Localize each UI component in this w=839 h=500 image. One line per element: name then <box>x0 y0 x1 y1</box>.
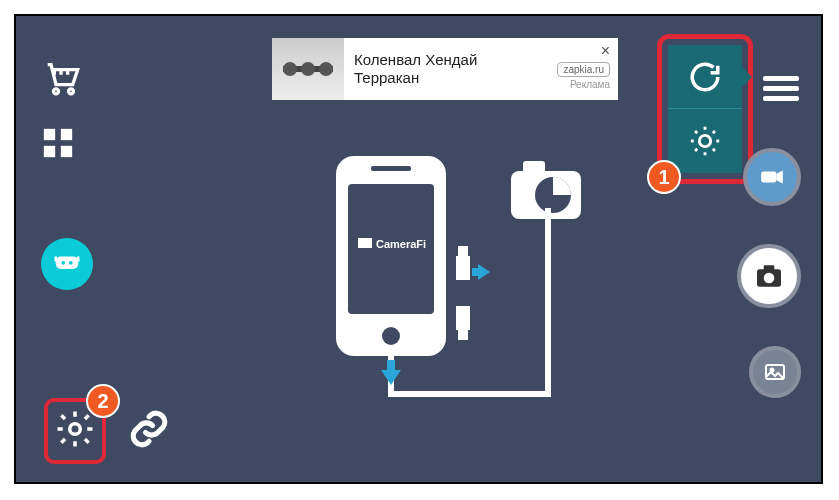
settings-highlight: 2 <box>44 398 106 464</box>
display-control-highlight: 1 <box>657 34 753 184</box>
app-frame: 2 Коленвал Хендай Терракан <box>14 14 823 484</box>
svg-rect-5 <box>61 146 72 157</box>
svg-rect-28 <box>387 360 395 372</box>
svg-point-12 <box>301 62 315 76</box>
ad-image <box>272 38 344 100</box>
svg-point-1 <box>69 89 74 94</box>
svg-point-0 <box>54 89 59 94</box>
hamburger-line <box>763 96 799 101</box>
hamburger-line <box>763 76 799 81</box>
svg-rect-25 <box>456 306 470 330</box>
svg-point-36 <box>764 273 775 284</box>
ad-banner[interactable]: Коленвал Хендай Терракан × zapkia.ru Рек… <box>272 38 618 100</box>
svg-rect-4 <box>44 146 55 157</box>
ad-domain: zapkia.ru <box>557 62 610 77</box>
svg-rect-21 <box>523 161 545 175</box>
svg-point-16 <box>382 327 400 345</box>
svg-rect-17 <box>371 166 411 171</box>
svg-rect-3 <box>61 129 72 140</box>
settings-button[interactable] <box>54 408 96 454</box>
svg-rect-18 <box>358 238 372 248</box>
display-control-panel <box>668 45 742 173</box>
svg-point-9 <box>70 424 81 435</box>
brightness-button[interactable] <box>668 109 742 173</box>
video-record-button[interactable] <box>743 148 801 206</box>
svg-rect-2 <box>44 129 55 140</box>
svg-rect-24 <box>458 246 468 256</box>
ad-label: Реклама <box>570 79 610 90</box>
svg-marker-27 <box>381 370 401 385</box>
svg-rect-23 <box>456 256 470 280</box>
svg-point-13 <box>319 62 333 76</box>
svg-rect-26 <box>458 330 468 340</box>
svg-rect-6 <box>56 257 79 270</box>
svg-point-7 <box>61 261 65 265</box>
cart-button[interactable] <box>41 58 93 98</box>
gallery-button[interactable] <box>749 346 801 398</box>
svg-text:CameraFi: CameraFi <box>376 238 426 250</box>
svg-point-8 <box>69 261 73 265</box>
ad-meta: × zapkia.ru Реклама <box>557 42 610 90</box>
link-button[interactable] <box>128 408 170 454</box>
rotate-button[interactable] <box>668 45 742 109</box>
svg-point-31 <box>699 135 710 146</box>
bottom-left-controls: 2 <box>44 398 170 464</box>
ad-close-icon[interactable]: × <box>601 42 610 60</box>
svg-point-11 <box>283 62 297 76</box>
center-illustration: CameraFi <box>286 146 616 406</box>
svg-rect-35 <box>764 265 775 270</box>
svg-rect-30 <box>472 268 480 276</box>
left-sidebar <box>41 58 93 290</box>
menu-button[interactable] <box>763 71 799 106</box>
hamburger-line <box>763 86 799 91</box>
chat-button[interactable] <box>41 238 93 290</box>
annotation-badge-2: 2 <box>86 384 120 418</box>
svg-marker-33 <box>776 171 783 184</box>
svg-rect-32 <box>761 172 776 183</box>
apps-grid-button[interactable] <box>41 126 93 160</box>
capture-button[interactable] <box>737 244 801 308</box>
